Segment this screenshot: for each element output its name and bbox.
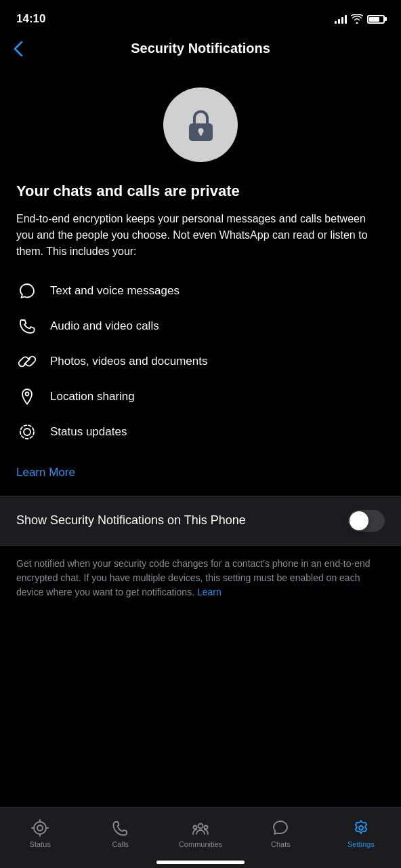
sidebar-item-communities[interactable]: Communities [161, 818, 240, 848]
chats-nav-label: Chats [271, 840, 291, 848]
page-title: Security Notifications [131, 41, 270, 56]
location-icon [16, 386, 38, 408]
header: Security Notifications [0, 34, 401, 67]
feature-location: Location sharing [50, 390, 135, 403]
signal-bars-icon [335, 14, 347, 24]
feature-audio-video: Audio and video calls [50, 319, 159, 333]
svg-point-8 [37, 825, 43, 831]
toggle-knob [350, 511, 368, 530]
svg-rect-2 [199, 132, 202, 136]
bottom-nav: Status Calls Communities [0, 807, 401, 868]
sidebar-item-calls[interactable]: Calls [80, 818, 160, 848]
svg-point-15 [205, 825, 208, 829]
toggle-label: Show Security Notifications on This Phon… [16, 512, 246, 529]
svg-point-5 [20, 425, 34, 439]
list-item: Status updates [16, 414, 385, 450]
info-text: Get notified when your security code cha… [16, 557, 385, 599]
svg-point-13 [198, 823, 203, 828]
feature-list: Text and voice messages Audio and video … [16, 273, 385, 450]
privacy-title: Your chats and calls are private [16, 182, 385, 200]
feature-status: Status updates [50, 425, 127, 439]
info-section: Get notified when your security code cha… [0, 545, 401, 610]
toggle-section: Show Security Notifications on This Phon… [0, 496, 401, 545]
status-icon [16, 421, 38, 443]
svg-point-14 [194, 825, 197, 829]
main-content: Your chats and calls are private End-to-… [0, 176, 401, 496]
communities-nav-icon [191, 818, 210, 837]
status-nav-icon [30, 818, 49, 837]
status-bar: 14:10 [0, 0, 401, 34]
svg-point-6 [24, 429, 30, 435]
phone-icon [16, 315, 38, 337]
chat-icon [16, 280, 38, 302]
list-item: Audio and video calls [16, 309, 385, 344]
status-nav-label: Status [30, 840, 51, 848]
status-time: 14:10 [16, 12, 45, 26]
svg-point-16 [359, 826, 363, 830]
feature-text-voice: Text and voice messages [50, 284, 180, 298]
settings-nav-label: Settings [347, 840, 375, 848]
home-indicator [156, 861, 245, 864]
feature-photos-docs: Photos, videos and documents [50, 355, 207, 368]
svg-line-3 [24, 359, 30, 364]
calls-nav-label: Calls [112, 840, 128, 848]
lock-circle [163, 87, 238, 162]
list-item: Text and voice messages [16, 273, 385, 309]
svg-point-4 [26, 393, 29, 396]
learn-more-link[interactable]: Learn More [16, 466, 385, 496]
link-icon [16, 351, 38, 372]
lock-icon [182, 106, 219, 144]
sidebar-item-status[interactable]: Status [0, 818, 80, 848]
back-button[interactable] [14, 41, 23, 57]
sidebar-item-settings[interactable]: Settings [321, 818, 401, 848]
chats-nav-icon [271, 818, 290, 837]
lock-section [0, 67, 401, 176]
wifi-icon [351, 14, 363, 24]
privacy-description: End-to-end encryption keeps your persona… [16, 211, 385, 260]
info-learn-link[interactable]: Learn [197, 587, 221, 597]
svg-point-7 [34, 822, 46, 834]
sidebar-item-chats[interactable]: Chats [240, 818, 320, 848]
communities-nav-label: Communities [179, 840, 222, 848]
list-item: Location sharing [16, 379, 385, 414]
list-item: Photos, videos and documents [16, 344, 385, 379]
calls-nav-icon [111, 818, 130, 837]
status-icons [335, 14, 385, 24]
settings-nav-icon [352, 818, 371, 837]
security-notifications-toggle[interactable] [348, 510, 385, 532]
battery-icon [367, 15, 385, 24]
